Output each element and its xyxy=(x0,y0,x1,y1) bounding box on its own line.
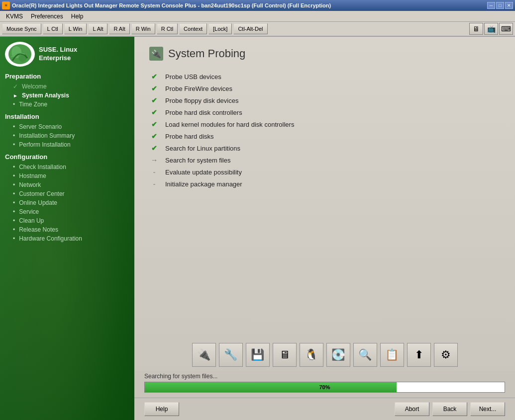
sidebar-logo: SUSE. Linux Enterprise xyxy=(5,42,129,67)
window-controls: ─ □ ✕ xyxy=(487,2,513,9)
section-installation: Installation xyxy=(5,113,129,120)
probe-item-8: -Evaluate update possibility xyxy=(149,166,500,178)
toolbar-right-icons: 🖥 📺 ⌨ xyxy=(469,23,513,35)
probe-text-0: Probe USB devices xyxy=(165,73,221,81)
probe-text-1: Probe FireWire devices xyxy=(165,85,232,92)
probe-status-3: ✔ xyxy=(149,108,159,116)
terminal-icon[interactable]: 📋 xyxy=(380,343,404,367)
sidebar-item-online-update[interactable]: Online Update xyxy=(5,198,129,207)
back-button[interactable]: Back xyxy=(432,402,467,416)
sidebar-item-service[interactable]: Service xyxy=(5,207,129,216)
content-area: 🔌 System Probing ✔Probe USB devices✔Prob… xyxy=(134,37,515,420)
probe-text-8: Evaluate update possibility xyxy=(165,168,242,176)
probe-text-6: Search for Linux partitions xyxy=(165,145,240,152)
sidebar-item-time-zone[interactable]: Time Zone xyxy=(5,100,129,109)
probe-text-5: Probe hard disks xyxy=(165,133,214,140)
keyboard-icon[interactable]: ⌨ xyxy=(499,23,513,35)
mouse-sync-button[interactable]: Mouse Sync xyxy=(2,23,41,34)
maximize-button[interactable]: □ xyxy=(496,2,504,9)
sidebar-item-check-installation[interactable]: Check Installation xyxy=(5,163,129,171)
abort-button[interactable]: Abort xyxy=(395,402,429,416)
search-icon[interactable]: 🔍 xyxy=(353,343,377,367)
context-button[interactable]: Context xyxy=(179,23,207,34)
sidebar-item-clean-up[interactable]: Clean Up xyxy=(5,216,129,225)
probe-status-9: - xyxy=(149,180,159,188)
probe-item-9: -Initialize package manager xyxy=(149,178,500,190)
button-bar: Help Abort Back Next... xyxy=(134,398,515,420)
section-configuration: Configuration xyxy=(5,153,129,161)
menu-preferences[interactable]: Preferences xyxy=(27,12,67,21)
probe-list: ✔Probe USB devices✔Probe FireWire device… xyxy=(149,71,500,190)
tools-icon[interactable]: 🔧 xyxy=(219,343,243,367)
sidebar-item-release-notes[interactable]: Release Notes xyxy=(5,225,129,234)
probe-item-0: ✔Probe USB devices xyxy=(149,71,500,83)
sidebar-item-installation-summary[interactable]: Installation Summary xyxy=(5,131,129,140)
sidebar-item-welcome[interactable]: Welcome xyxy=(5,82,129,91)
probe-text-7: Search for system files xyxy=(165,157,231,164)
btn-left-group: Help xyxy=(144,402,179,416)
menu-kvms[interactable]: KVMS xyxy=(2,12,27,21)
probe-text-4: Load kernel modules for hard disk contro… xyxy=(165,121,294,128)
probe-status-5: ✔ xyxy=(149,132,159,140)
l-win-button[interactable]: L Win xyxy=(64,23,87,34)
r-ctl-button[interactable]: R Ctl xyxy=(157,23,178,34)
minimize-button[interactable]: ─ xyxy=(487,2,495,9)
lock-button[interactable]: [Lock] xyxy=(208,23,232,34)
main-layout: SUSE. Linux Enterprise Preparation Welco… xyxy=(0,37,515,420)
probe-item-1: ✔Probe FireWire devices xyxy=(149,83,500,94)
probe-status-0: ✔ xyxy=(149,73,159,81)
probe-status-2: ✔ xyxy=(149,96,159,104)
suse-logo-image xyxy=(5,42,35,67)
sidebar-item-perform-installation[interactable]: Perform Installation xyxy=(5,140,129,149)
toolbar: Mouse Sync L Ctl L Win L Alt R Alt R Win… xyxy=(0,22,515,37)
app-icon: ☀ xyxy=(2,1,10,9)
network-icon[interactable]: 🔌 xyxy=(192,343,216,367)
titlebar: ☀ Oracle(R) Integrated Lights Out Manage… xyxy=(0,0,515,11)
display-small-icon[interactable]: 🖥 xyxy=(273,343,297,367)
sidebar: SUSE. Linux Enterprise Preparation Welco… xyxy=(0,37,134,420)
r-alt-button[interactable]: R Alt xyxy=(109,23,129,34)
close-button[interactable]: ✕ xyxy=(505,2,513,9)
page-title: 🔌 System Probing xyxy=(149,47,500,61)
sidebar-item-system-analysis[interactable]: System Analysis xyxy=(5,91,129,100)
monitor-icon[interactable]: 🖥 xyxy=(469,23,483,35)
menu-help[interactable]: Help xyxy=(67,12,88,21)
probe-item-7: →Search for system files xyxy=(149,154,500,166)
probe-item-2: ✔Probe floppy disk devices xyxy=(149,94,500,106)
l-alt-button[interactable]: L Alt xyxy=(88,23,107,34)
sidebar-item-hardware-configuration[interactable]: Hardware Configuration xyxy=(5,234,129,243)
probe-item-4: ✔Load kernel modules for hard disk contr… xyxy=(149,118,500,130)
save-icon[interactable]: 💾 xyxy=(246,343,270,367)
sidebar-brand: SUSE. Linux Enterprise xyxy=(39,46,77,63)
sidebar-item-customer-center[interactable]: Customer Center xyxy=(5,189,129,198)
probe-status-7: → xyxy=(149,156,159,164)
progress-bar-fill xyxy=(145,382,397,392)
progress-label: Searching for system files... xyxy=(144,373,505,380)
help-button[interactable]: Help xyxy=(144,402,179,416)
page-title-icon: 🔌 xyxy=(149,47,163,61)
icon-bar: 🔌 🔧 💾 🖥 🐧 💽 🔍 📋 ⬆ ⚙ xyxy=(134,339,515,371)
ctl-alt-del-button[interactable]: Ctl-Alt-Del xyxy=(233,23,267,34)
linux-icon[interactable]: 🐧 xyxy=(300,343,323,367)
sidebar-item-network[interactable]: Network xyxy=(5,180,129,189)
menubar: KVMS Preferences Help xyxy=(0,11,515,22)
probe-text-3: Probe hard disk controllers xyxy=(165,109,242,116)
display-icon[interactable]: 📺 xyxy=(484,23,498,35)
r-win-button[interactable]: R Win xyxy=(131,23,155,34)
upload-icon[interactable]: ⬆ xyxy=(407,343,431,367)
sidebar-item-server-scenario[interactable]: Server Scenario xyxy=(5,122,129,131)
btn-right-group: Abort Back Next... xyxy=(395,402,505,416)
probe-status-8: - xyxy=(149,168,159,176)
sidebar-item-hostname[interactable]: Hostname xyxy=(5,171,129,180)
probe-status-6: ✔ xyxy=(149,144,159,152)
probe-item-6: ✔Search for Linux partitions xyxy=(149,142,500,154)
next-button[interactable]: Next... xyxy=(470,402,505,416)
progress-area: Searching for system files... 70% xyxy=(134,371,515,398)
probe-item-3: ✔Probe hard disk controllers xyxy=(149,106,500,118)
probe-text-2: Probe floppy disk devices xyxy=(165,97,238,104)
probe-text-9: Initialize package manager xyxy=(165,180,242,188)
l-ctl-button[interactable]: L Ctl xyxy=(43,23,63,34)
disk-icon[interactable]: 💽 xyxy=(326,343,350,367)
config-icon[interactable]: ⚙ xyxy=(434,343,458,367)
content-inner: 🔌 System Probing ✔Probe USB devices✔Prob… xyxy=(134,37,515,339)
